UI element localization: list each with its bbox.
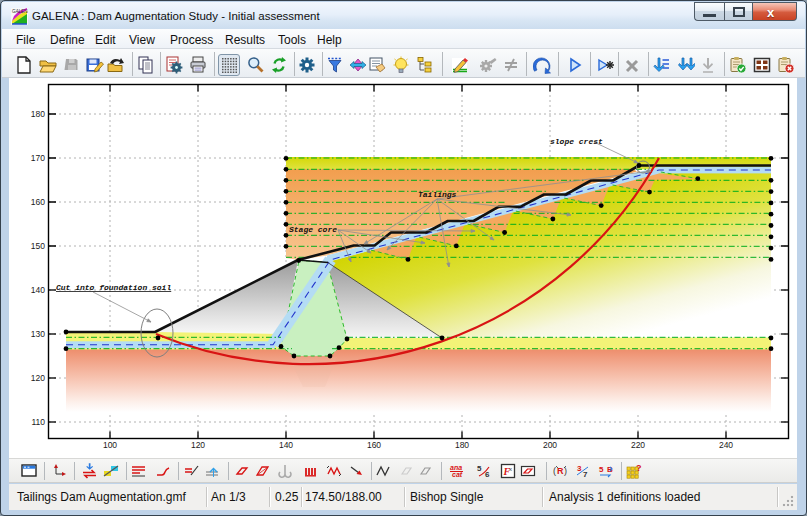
svg-text:7: 7 — [583, 470, 588, 479]
svg-text:150: 150 — [31, 241, 45, 251]
svg-text:Stage core: Stage core — [289, 225, 337, 234]
svg-text:140: 140 — [31, 285, 45, 295]
svg-text:130: 130 — [31, 329, 45, 339]
svg-text:100: 100 — [103, 440, 117, 450]
svg-text:Cut into foundation soil: Cut into foundation soil — [56, 283, 171, 292]
svg-text:120: 120 — [191, 440, 205, 450]
svg-text:5: 5 — [477, 464, 482, 473]
svg-text:160: 160 — [31, 197, 45, 207]
svg-text:160: 160 — [367, 440, 381, 450]
svg-text:x: x — [509, 466, 512, 472]
svg-text:220: 220 — [631, 440, 645, 450]
svg-text:110: 110 — [31, 417, 45, 427]
svg-text:5: 5 — [599, 465, 604, 474]
svg-text:180: 180 — [31, 109, 45, 119]
svg-text:(: ( — [553, 466, 556, 476]
svg-text:?: ? — [636, 463, 642, 473]
svg-text:Tailings: Tailings — [418, 190, 457, 199]
svg-text:ana: ana — [450, 464, 462, 471]
svg-text:200: 200 — [543, 440, 557, 450]
svg-text:170: 170 — [31, 153, 45, 163]
svg-text:140: 140 — [279, 440, 293, 450]
svg-text:slope crest: slope crest — [550, 137, 603, 146]
svg-text:180: 180 — [455, 440, 469, 450]
svg-text:240: 240 — [719, 440, 733, 450]
svg-text:120: 120 — [31, 373, 45, 383]
svg-text:cat: cat — [452, 471, 463, 478]
